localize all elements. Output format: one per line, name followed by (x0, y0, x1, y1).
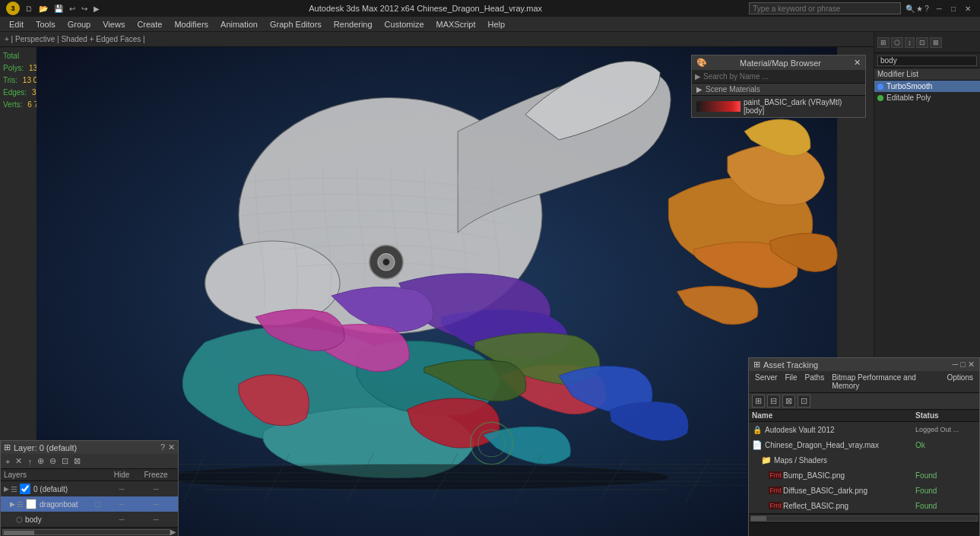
at-tb-4[interactable]: ⊡ (798, 395, 810, 408)
modifier-dot-2 (877, 95, 883, 101)
search-bar[interactable] (749, 2, 901, 14)
search-input[interactable] (750, 5, 864, 13)
material-search-input[interactable] (703, 72, 862, 81)
at-close-button[interactable]: ✕ (968, 360, 975, 369)
at-maximize-button[interactable]: □ (960, 360, 966, 369)
scene-materials-label: Scene Materials (706, 85, 760, 94)
undo-icon[interactable]: ↩ (67, 4, 78, 14)
at-img-icon-2: Fmt (770, 485, 781, 496)
asset-tracking-titlebar: ⊞ Asset Tracking ─ □ ✕ (749, 358, 979, 371)
menu-item-animation[interactable]: Animation (214, 18, 264, 30)
maximize-button[interactable]: □ (948, 4, 959, 14)
menu-bar: EditToolsGroupViewsCreateModifiersAnimat… (0, 17, 980, 32)
bookmark-icon[interactable]: ★ (916, 5, 923, 13)
at-tb-2[interactable]: ⊟ (767, 395, 780, 408)
modifier-editpoly[interactable]: Editable Poly (874, 92, 980, 103)
menu-item-views[interactable]: Views (97, 18, 131, 30)
at-col-status: Status (915, 411, 976, 420)
menu-item-rendering[interactable]: Rendering (328, 18, 379, 30)
layer-row-dragonboat[interactable]: ▶ ☰ dragonboat □ ─ ─ (1, 496, 178, 512)
at-tb-1[interactable]: ⊞ (752, 395, 765, 408)
layers-scroll-right[interactable]: ▶ (170, 528, 176, 536)
at-menu-paths[interactable]: Paths (802, 373, 828, 391)
at-scrollbar[interactable] (749, 513, 979, 522)
menu-item-customize[interactable]: Customize (379, 18, 430, 30)
material-color-swatch (696, 101, 741, 112)
layer-check-default[interactable] (20, 484, 30, 494)
layers-scroll-thumb[interactable] (4, 531, 34, 535)
new-icon[interactable]: 🗋 (23, 4, 35, 14)
menu-item-help[interactable]: Help (482, 18, 512, 30)
layers-highlight-button[interactable]: ⊠ (72, 455, 82, 467)
material-item[interactable]: paint_BASIC_dark (VRayMtl) [body] (692, 96, 865, 117)
asset-tracking-title: ⊞ Asset Tracking (753, 360, 818, 369)
at-input-row (749, 522, 979, 536)
layer-row-body[interactable]: ⬡ body ─ ─ (1, 512, 178, 527)
at-row-reflect[interactable]: Fmt Reflect_BASIC.png Found (749, 498, 979, 513)
viewport-header[interactable]: + | Perspective | Shaded + Edged Faces | (0, 32, 874, 47)
layers-scrollbar[interactable]: ▶ (1, 527, 178, 536)
at-name-bump: Bump_BASIC.png (783, 471, 915, 480)
rp-icon-4[interactable]: ⊡ (916, 37, 928, 48)
menu-item-graph-editors[interactable]: Graph Editors (264, 18, 328, 30)
save-icon[interactable]: 💾 (52, 4, 65, 14)
menu-item-group[interactable]: Group (62, 18, 97, 30)
modifier-dot-1 (877, 84, 883, 90)
at-row-diffuse[interactable]: Fmt Diffuse_BASIC_dark.png Found (749, 483, 979, 498)
hide-col-label: Hide (106, 471, 137, 479)
rp-icon-1[interactable]: ⊞ (877, 37, 890, 48)
at-menu-file[interactable]: File (782, 373, 800, 391)
at-menu-bitmap[interactable]: Bitmap Performance and Memory (829, 373, 942, 391)
at-row-dragon-file[interactable]: 📄 Chinese_Dragon_Head_vray.max Ok (749, 437, 979, 452)
layers-col-label: Layers (4, 471, 106, 479)
rp-icon-2[interactable]: ⬡ (891, 37, 903, 48)
at-row-bump[interactable]: Fmt Bump_BASIC.png Found (749, 468, 979, 483)
asset-tracking-panel: ⊞ Asset Tracking ─ □ ✕ Server File Paths… (748, 357, 980, 536)
layers-help-button[interactable]: ? (160, 442, 165, 452)
menu-item-create[interactable]: Create (131, 18, 168, 30)
rp-icon-3[interactable]: ↕ (905, 37, 915, 48)
at-table-header: Name Status (749, 410, 979, 422)
layers-add-button[interactable]: + (4, 456, 11, 467)
layer-icon-dragonboat: ☰ (17, 500, 24, 509)
open-icon[interactable]: 📂 (36, 4, 50, 14)
at-scroll-thumb[interactable] (751, 516, 766, 521)
menu-item-modifiers[interactable]: Modifiers (168, 18, 214, 30)
at-minimize-button[interactable]: ─ (953, 360, 959, 369)
render-icon[interactable]: ▶ (91, 4, 102, 14)
asset-tracking-toolbar: ⊞ ⊟ ⊠ ⊡ (749, 393, 979, 410)
layers-delete-button[interactable]: ✕ (14, 455, 24, 467)
layers-select-button[interactable]: ⊡ (60, 455, 70, 467)
layer-freeze-default: ─ (137, 485, 175, 493)
layers-move-button[interactable]: ↑ (26, 456, 33, 467)
help-icon[interactable]: ? (924, 5, 929, 13)
at-row-vault[interactable]: 🔒 Autodesk Vault 2012 Logged Out ... (749, 422, 979, 437)
asset-tracking-win-btns: ─ □ ✕ (953, 360, 975, 369)
modifier-turbosm[interactable]: TurboSmooth (874, 81, 980, 92)
search-icon[interactable]: 🔍 (905, 5, 915, 13)
menu-item-edit[interactable]: Edit (3, 18, 30, 30)
window-controls: ─ □ ✕ (934, 4, 974, 14)
at-name-diffuse: Diffuse_BASIC_dark.png (783, 487, 915, 495)
layers-unlink-button[interactable]: ⊖ (48, 455, 58, 467)
at-row-maps-folder[interactable]: 📁 Maps / Shaders (749, 452, 979, 468)
menu-item-maxscript[interactable]: MAXScript (430, 18, 482, 30)
close-button[interactable]: ✕ (962, 4, 974, 14)
scene-materials-header[interactable]: ▶ Scene Materials (692, 84, 865, 96)
material-browser-close[interactable]: ✕ (854, 58, 861, 68)
at-menu-server[interactable]: Server (752, 373, 780, 391)
rp-icon-5[interactable]: ⊠ (930, 37, 942, 48)
layers-close-button[interactable]: ✕ (168, 442, 175, 452)
at-menu-options[interactable]: Options (944, 373, 976, 391)
redo-icon[interactable]: ↪ (79, 4, 90, 14)
layer-row-default[interactable]: ▶ ☰ 0 (default) ─ ─ (1, 481, 178, 496)
layer-check-dragonboat[interactable] (26, 499, 36, 509)
minimize-button[interactable]: ─ (934, 4, 945, 14)
at-tb-3[interactable]: ⊠ (782, 395, 795, 408)
layers-link-button[interactable]: ⊕ (36, 455, 46, 467)
menu-item-tools[interactable]: Tools (30, 18, 62, 30)
modifier-search-input[interactable] (877, 56, 977, 66)
layer-hide-body: ─ (106, 515, 137, 524)
title-toolbar-icons: 🗋 📂 💾 ↩ ↪ ▶ (23, 4, 102, 14)
material-browser-title: Material/Map Browser (740, 59, 821, 68)
